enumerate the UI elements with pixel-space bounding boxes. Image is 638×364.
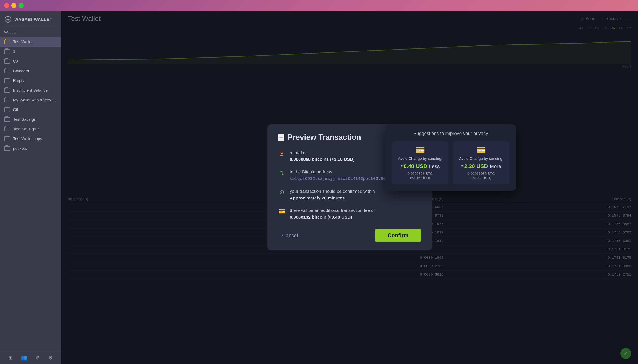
cancel-button[interactable]: Cancel: [278, 230, 302, 241]
wallet-icon-oil: [4, 108, 10, 112]
sidebar-item-label-my-wallet: My Wallet with a Very Ver...: [13, 98, 57, 102]
sidebar-item-label-test-wallet: Test Wallet: [13, 40, 32, 44]
bitcoin-icon: ₿: [278, 150, 286, 157]
content-area: Test Wallet ▷ Send ↓ Receive ··· 4K 1D 1…: [61, 11, 638, 364]
privacy-popup-title: Suggestions to improve your privacy: [392, 131, 510, 136]
wasabi-logo-icon: [4, 16, 12, 23]
modal-footer: Cancel Confirm: [278, 229, 421, 242]
privacy-card-less[interactable]: 💳 Avoid Change by sending: ≈0.48 USD Les…: [392, 141, 448, 184]
privacy-card-more[interactable]: 💳 Avoid Change by sending: ≈2.20 USD Mor…: [453, 141, 510, 184]
users-icon[interactable]: 👥: [21, 355, 27, 361]
wallet-icon-test-savings-2: [4, 127, 10, 132]
clock-icon: ⊙: [278, 189, 286, 196]
sidebar-item-label-insufficient: Insufficient Balance: [13, 88, 48, 93]
back-button[interactable]: ←: [278, 134, 284, 141]
sidebar-item-label-cj: CJ: [13, 59, 18, 64]
fee-icon: 💳: [278, 208, 286, 215]
arrows-icon: ⇅: [278, 169, 286, 176]
privacy-suggestions-popup: Suggestions to improve your privacy 💳 Av…: [385, 124, 516, 191]
sidebar-item-label-pockets: pockets: [13, 146, 27, 151]
sidebar-item-empty[interactable]: Empty: [0, 76, 61, 86]
modal-overlay: ← Preview Transaction 🛡 ₿ a total of 0.0…: [61, 11, 638, 364]
privacy-card-icon-more: 💳: [476, 146, 486, 154]
sidebar-item-coldcard[interactable]: Coldcard: [0, 66, 61, 76]
tx-text-fee: there will be an additional transaction …: [290, 207, 375, 220]
sidebar-item-test-wallet[interactable]: Test Wallet: [0, 37, 61, 47]
wallet-icon-cj: [4, 59, 10, 64]
privacy-amount-value-more: ≈2.20 USD: [461, 163, 488, 170]
sidebar-item-label-oil: Oil: [13, 108, 18, 112]
less-label: Less: [429, 164, 440, 169]
sidebar-header: WASABI WALLET: [0, 11, 61, 26]
sidebar-item-label-test-savings-2: Test Savings 2: [13, 127, 39, 132]
wallet-icon-test-savings: [4, 117, 10, 122]
tx-text-address: to the Bitcoin address tb1qqz6932tszjmwj…: [290, 168, 396, 182]
close-button[interactable]: [4, 3, 9, 8]
sidebar-item-label-1: 1: [13, 49, 16, 54]
privacy-card-label-less: Avoid Change by sending:: [398, 156, 442, 161]
privacy-amount-value-less: ≈0.48 USD: [400, 163, 427, 170]
privacy-card-amount-less: ≈0.48 USD Less: [400, 163, 440, 170]
main-layout: WASABI WALLET Wallets Test Wallet 1 CJ C…: [0, 11, 638, 364]
sidebar-item-test-savings-2[interactable]: Test Savings 2: [0, 124, 61, 134]
sidebar-item-my-wallet[interactable]: My Wallet with a Very Ver...: [0, 95, 61, 105]
sidebar-item-label-test-wallet-copy: Test Wallet copy: [13, 136, 42, 141]
sidebar-item-insufficient[interactable]: Insufficient Balance: [0, 86, 61, 95]
sidebar-item-1[interactable]: 1: [0, 47, 61, 56]
sidebar-item-oil[interactable]: Oil: [0, 105, 61, 114]
sidebar-item-test-savings[interactable]: Test Savings: [0, 114, 61, 124]
title-bar: [0, 0, 638, 11]
wallet-icon-insufficient: [4, 88, 10, 93]
tx-text-total: a total of 0.0000868 bitcoins (≈3.16 USD…: [290, 149, 354, 162]
wallet-icon-1: [4, 49, 10, 54]
wallet-icon-pockets: [4, 146, 10, 151]
sidebar: WASABI WALLET Wallets Test Wallet 1 CJ C…: [0, 11, 61, 364]
preview-transaction-modal: ← Preview Transaction 🛡 ₿ a total of 0.0…: [268, 124, 432, 251]
traffic-lights: [4, 3, 24, 8]
wallet-icon-test-wallet: [4, 40, 10, 44]
sidebar-section-label: Wallets: [0, 27, 61, 37]
grid-icon[interactable]: ⊞: [8, 355, 12, 361]
privacy-card-icon-less: 💳: [416, 146, 425, 154]
sidebar-brand: WASABI WALLET: [14, 17, 52, 22]
privacy-cards: 💳 Avoid Change by sending: ≈0.48 USD Les…: [392, 141, 510, 184]
privacy-card-label-more: Avoid Change by sending:: [459, 156, 503, 161]
sidebar-item-label-coldcard: Coldcard: [13, 69, 29, 73]
sidebar-item-pockets[interactable]: pockets: [0, 144, 61, 153]
wallet-icon-coldcard: [4, 69, 10, 73]
maximize-button[interactable]: [18, 3, 24, 8]
sidebar-item-label-test-savings: Test Savings: [13, 117, 36, 122]
privacy-card-btc-more: 0.00016056 BTC (≈5.84 USD): [468, 172, 495, 180]
sidebar-item-cj[interactable]: CJ: [0, 56, 61, 66]
minimize-button[interactable]: [12, 3, 16, 8]
modal-title: Preview Transaction: [288, 133, 361, 142]
sidebar-item-test-wallet-copy[interactable]: Test Wallet copy: [0, 134, 61, 144]
wallet-icon-empty: [4, 78, 10, 83]
privacy-card-btc-less: 0.0000868 BTC (≈3.16 USD): [408, 172, 432, 180]
wallet-icon-test-wallet-copy: [4, 136, 10, 141]
sidebar-footer: ⊞ 👥 ⊕ ⚙: [0, 351, 61, 364]
add-wallet-icon[interactable]: ⊕: [36, 355, 40, 361]
wallet-icon-my-wallet: [4, 98, 10, 102]
settings-icon[interactable]: ⚙: [48, 355, 53, 361]
tx-detail-fee: 💳 there will be an additional transactio…: [278, 207, 421, 220]
tx-text-confirmation: your transaction should be confirmed wit…: [290, 188, 375, 201]
privacy-card-amount-more: ≈2.20 USD More: [461, 163, 501, 170]
more-label: More: [490, 164, 501, 169]
sidebar-item-label-empty: Empty: [13, 78, 24, 83]
confirm-button[interactable]: Confirm: [375, 229, 421, 242]
